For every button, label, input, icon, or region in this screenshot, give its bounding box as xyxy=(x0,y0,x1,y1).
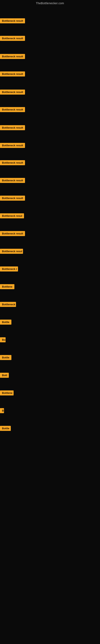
bottleneck-badge[interactable]: Bottleneck resul xyxy=(0,213,24,218)
bottleneck-result-item[interactable]: Bottleneck r xyxy=(0,266,18,272)
bottleneck-badge[interactable]: Bottleneck result xyxy=(0,72,25,76)
bottleneck-result-item[interactable]: Bottleneck resul xyxy=(0,213,24,219)
bottleneck-result-item[interactable]: Bottleneck xyxy=(0,302,16,308)
bottleneck-result-item[interactable]: Bottleneck result xyxy=(0,72,25,77)
bottleneck-badge[interactable]: Bottleneck result xyxy=(0,196,25,201)
bottleneck-badge[interactable]: Bottleneck result xyxy=(0,178,25,183)
bottleneck-result-item[interactable]: Bottleneck result xyxy=(0,90,25,96)
bottleneck-result-item[interactable]: Bottleneck result xyxy=(0,125,25,131)
bottleneck-result-item[interactable]: Bottlene xyxy=(0,284,14,290)
bottleneck-result-item[interactable]: Bottleneck result xyxy=(0,54,25,60)
bottleneck-result-item[interactable]: Bo xyxy=(0,337,6,343)
bottleneck-result-item[interactable]: Bottleneck result xyxy=(0,36,25,42)
bottleneck-badge[interactable]: Bottleneck xyxy=(0,302,16,307)
bottleneck-badge[interactable]: Bottleneck result xyxy=(0,143,25,148)
bottleneck-badge[interactable]: Bott xyxy=(0,373,9,378)
bottleneck-result-item[interactable]: Bottleneck result xyxy=(0,143,25,149)
bottleneck-result-item[interactable]: Bottleneck result xyxy=(0,160,25,166)
bottleneck-badge[interactable]: Bottleneck resul xyxy=(0,249,23,254)
bottleneck-result-item[interactable]: Bottle xyxy=(0,426,11,432)
bottleneck-result-item[interactable]: Bottleneck resul xyxy=(0,249,23,254)
bottleneck-badge[interactable]: B xyxy=(0,408,4,413)
bottleneck-badge[interactable]: Bottleneck result xyxy=(0,160,25,165)
bottleneck-badge[interactable]: Bottle xyxy=(0,426,11,431)
bottleneck-result-item[interactable]: Bottle xyxy=(0,320,11,326)
bottleneck-badge[interactable]: Bottleneck result xyxy=(0,90,25,94)
bottleneck-result-item[interactable]: Bott xyxy=(0,373,9,378)
bottleneck-badge[interactable]: Bottleneck result xyxy=(0,125,25,130)
bottleneck-result-item[interactable]: Bottleneck result xyxy=(0,196,25,202)
bottleneck-result-item[interactable]: Bottleneck result xyxy=(0,18,25,24)
bottleneck-badge[interactable]: Bottle xyxy=(0,355,11,360)
site-title: TheBottlenecker.com xyxy=(0,0,100,7)
bottleneck-result-item[interactable]: Bottleneck result xyxy=(0,107,25,113)
bottleneck-badge[interactable]: Bottle xyxy=(0,320,11,324)
bottleneck-badge[interactable]: Bottleneck result xyxy=(0,36,25,41)
bottleneck-badge[interactable]: Bo xyxy=(0,337,6,342)
bottleneck-result-item[interactable]: Bottlene xyxy=(0,390,14,396)
bottleneck-result-item[interactable]: Bottleneck result xyxy=(0,178,25,184)
bottleneck-result-item[interactable]: Bottle xyxy=(0,355,11,361)
bottleneck-result-item[interactable]: Bottleneck result xyxy=(0,231,25,237)
bottleneck-badge[interactable]: Bottlene xyxy=(0,390,14,396)
bottleneck-badge[interactable]: Bottleneck result xyxy=(0,18,25,23)
bottleneck-badge[interactable]: Bottlene xyxy=(0,284,14,289)
bottleneck-badge[interactable]: Bottleneck r xyxy=(0,266,18,272)
bottleneck-result-item[interactable]: B xyxy=(0,408,4,414)
bottleneck-badge[interactable]: Bottleneck result xyxy=(0,54,25,59)
bottleneck-badge[interactable]: Bottleneck result xyxy=(0,231,25,236)
bottleneck-badge[interactable]: Bottleneck result xyxy=(0,107,25,112)
